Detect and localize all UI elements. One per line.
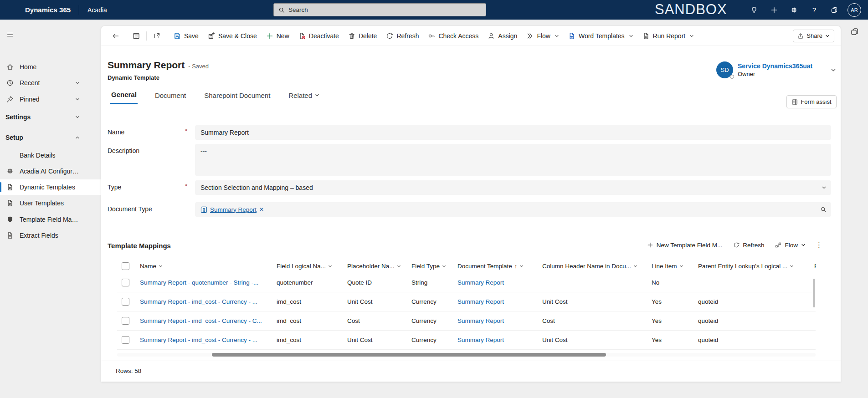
column-header-field-type[interactable]: Field Type	[411, 263, 457, 270]
presence-dot	[730, 75, 734, 79]
word-document-icon	[568, 32, 575, 40]
global-search-box[interactable]	[273, 3, 486, 16]
back-button[interactable]	[108, 29, 124, 43]
dynamics-365-logo[interactable]: Dynamics 365	[25, 6, 71, 14]
site-map-sidebar: Home Recent Pinned Settings Setup Bank D…	[0, 20, 101, 398]
flow-button[interactable]: Flow	[522, 29, 564, 43]
new-template-field-mapping-button[interactable]: New Template Field M...	[642, 238, 727, 252]
deactivate-button[interactable]: Deactivate	[294, 29, 344, 43]
row-checkbox[interactable]	[122, 279, 129, 286]
document-template-link[interactable]: Summary Report	[457, 337, 542, 343]
column-header-field-logical-name[interactable]: Field Logical Na...	[277, 263, 347, 270]
table-row[interactable]: Summary Report - quotenumber - String -.…	[117, 273, 816, 292]
more-commands-icon[interactable]: ⋮	[812, 241, 826, 249]
lightbulb-icon[interactable]	[744, 0, 764, 20]
row-name-link[interactable]: Summary Report - imd_cost - Currency - .…	[140, 298, 277, 305]
show-form-button[interactable]	[128, 29, 144, 43]
refresh-button[interactable]: Refresh	[381, 29, 423, 43]
sidebar-item-dynamic-templates[interactable]: Dynamic Templates	[0, 179, 101, 195]
scrollbar-thumb[interactable]	[212, 353, 606, 357]
tab-general[interactable]: General	[110, 88, 138, 104]
dismiss-icon[interactable]: ✕	[259, 206, 264, 213]
select-all-checkbox[interactable]	[122, 262, 129, 270]
sidebar-group-settings[interactable]: Settings	[0, 109, 101, 125]
grid-horizontal-scrollbar[interactable]	[117, 353, 816, 357]
sidebar-item-acadia-ai-configuration[interactable]: Acadia AI Configurat...	[0, 163, 101, 179]
document-type-tag[interactable]: Summary Report ✕	[200, 206, 264, 213]
flow-icon	[526, 32, 534, 40]
settings-gear-icon[interactable]	[784, 0, 804, 20]
form-assist-button[interactable]: Form assist	[786, 95, 837, 108]
type-dropdown[interactable]: Section Selection and Mapping – based	[195, 180, 831, 195]
document-type-field-label: Document Type	[108, 202, 185, 217]
column-header-line-item[interactable]: Line Item	[652, 263, 698, 270]
grid-vertical-scrollbar[interactable]	[813, 279, 815, 307]
column-header-document-template[interactable]: Document Template ↑	[457, 263, 542, 270]
row-name-link[interactable]: Summary Report - imd_cost - Currency - C…	[140, 317, 277, 324]
chevron-down-icon	[75, 81, 80, 85]
search-icon[interactable]	[820, 206, 827, 213]
command-bar: Save Save & Close New Deactivate Delete …	[101, 26, 841, 46]
check-access-button[interactable]: Check Access	[423, 29, 483, 43]
sidebar-item-extract-fields[interactable]: Extract Fields	[0, 228, 101, 243]
app-name[interactable]: Acadia	[87, 6, 107, 14]
column-header-column-header-name[interactable]: Column Header Name in Docu...	[542, 263, 652, 270]
subgrid-toolbar: New Template Field M... Refresh Flow ⋮	[642, 238, 826, 252]
delete-button[interactable]: Delete	[344, 29, 381, 43]
row-checkbox[interactable]	[122, 317, 129, 325]
document-type-lookup-field[interactable]: Summary Report ✕	[195, 202, 831, 217]
row-checkbox[interactable]	[122, 336, 129, 344]
sidebar-item-recent[interactable]: Recent	[0, 75, 101, 91]
sidebar-group-setup[interactable]: Setup	[0, 130, 101, 145]
column-header-parent-entity-lookup[interactable]: Parent Entity Lookup's Logical ...	[698, 263, 814, 270]
document-template-link[interactable]: Summary Report	[457, 317, 542, 324]
chevron-up-icon	[75, 135, 80, 140]
document-template-link[interactable]: Summary Report	[457, 298, 542, 305]
document-template-link[interactable]: Summary Report	[457, 279, 542, 286]
tab-related[interactable]: Related	[288, 88, 320, 104]
hamburger-menu-icon[interactable]	[6, 28, 19, 41]
row-name-link[interactable]: Summary Report - quotenumber - String -.…	[140, 279, 277, 286]
sidebar-item-template-field-mapping[interactable]: Template Field Mapp...	[0, 212, 101, 227]
row-name-link[interactable]: Summary Report - imd_cost - Currency - .…	[140, 337, 277, 343]
chevron-down-icon[interactable]	[831, 67, 836, 73]
assign-button[interactable]: Assign	[483, 29, 522, 43]
name-field[interactable]: Summary Report	[195, 125, 831, 140]
owner-name-link[interactable]: Service Dynamics365uat	[738, 62, 812, 70]
refresh-icon	[386, 32, 393, 40]
word-templates-button[interactable]: Word Templates	[564, 29, 638, 43]
save-button[interactable]: Save	[169, 29, 203, 43]
tab-document[interactable]: Document	[154, 88, 187, 104]
table-row[interactable]: Summary Report - imd_cost - Currency - .…	[117, 292, 816, 311]
subgrid-flow-button[interactable]: Flow	[770, 238, 810, 252]
owner-avatar[interactable]: SD	[716, 61, 733, 78]
pin-icon	[6, 96, 14, 103]
column-header-placeholder-name[interactable]: Placeholder Na...	[347, 263, 411, 270]
main-content-card: Save Save & Close New Deactivate Delete …	[101, 26, 841, 382]
column-header-name[interactable]: Name	[140, 263, 277, 270]
subgrid-refresh-button[interactable]: Refresh	[729, 238, 769, 252]
share-button[interactable]: Share	[793, 30, 834, 42]
table-row[interactable]: Summary Report - imd_cost - Currency - .…	[117, 331, 816, 350]
plus-icon[interactable]	[764, 0, 784, 20]
description-field[interactable]: ---	[195, 144, 831, 176]
table-row[interactable]: Summary Report - imd_cost - Currency - C…	[117, 311, 816, 331]
copilot-pane-icon[interactable]	[850, 27, 859, 36]
open-in-new-window-button[interactable]	[149, 29, 165, 43]
sidebar-item-user-templates[interactable]: User Templates	[0, 195, 101, 211]
sidebar-item-bank-details[interactable]: Bank Details	[0, 148, 101, 163]
help-icon[interactable]: ?	[804, 0, 824, 20]
search-input[interactable]	[288, 6, 481, 13]
run-report-button[interactable]: Run Report	[638, 29, 699, 43]
tab-sharepoint-document[interactable]: Sharepoint Document	[203, 88, 271, 104]
user-avatar[interactable]: AR	[844, 0, 864, 20]
sidebar-item-pinned[interactable]: Pinned	[0, 92, 101, 107]
sidebar-item-home[interactable]: Home	[0, 59, 101, 75]
save-and-close-button[interactable]: Save & Close	[203, 29, 262, 43]
copilot-icon[interactable]	[824, 0, 844, 20]
plus-icon	[266, 32, 273, 40]
row-checkbox[interactable]	[122, 298, 129, 306]
chevron-down-icon[interactable]	[822, 185, 827, 190]
column-header-clipped[interactable]: Pa	[814, 263, 816, 270]
new-button[interactable]: New	[262, 29, 294, 43]
